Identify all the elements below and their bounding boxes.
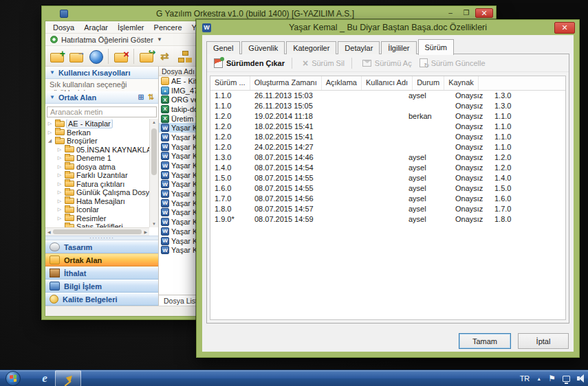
scroll-left-icon[interactable]: ◀ <box>47 229 51 234</box>
table-row[interactable]: 1.2.0 18.02.2015 15:41 Onaysız 1.1.0 <box>210 122 565 132</box>
version-toolbar-button[interactable]: Sürüm Sil <box>300 56 347 70</box>
nav-section[interactable]: Bilgi İşlem <box>45 280 158 293</box>
expand-arrow-icon[interactable]: ▷ <box>56 216 63 221</box>
scrollbar-thumb[interactable] <box>53 229 142 234</box>
tree-item[interactable]: ▷ Resimler <box>45 214 149 223</box>
version-toolbar-button[interactable]: Sürüm Güncelle <box>417 57 488 69</box>
nav-section[interactable]: Tasarım <box>45 240 158 253</box>
action-center-flag-icon[interactable]: ⚑ <box>548 374 556 383</box>
toolbar-icon[interactable] <box>157 47 175 65</box>
dialog-close-button[interactable]: ✕ <box>554 22 575 34</box>
tree-item[interactable]: ▷ İconlar <box>45 205 149 214</box>
tree-vertical-scrollbar[interactable]: ▲ ▼ <box>149 119 158 227</box>
table-row[interactable]: 1.7.0 08.07.2015 14:56 aysel Onaysız 1.6… <box>210 194 565 204</box>
expand-arrow-icon[interactable]: ▷ <box>56 164 63 170</box>
common-area-header[interactable]: ▼ Ortak Alan ⊞ ⇅ <box>45 91 158 104</box>
search-input[interactable] <box>47 106 157 117</box>
splitter-handle[interactable]: ········· <box>45 236 158 240</box>
expand-arrow-icon[interactable]: ▷ <box>56 207 63 212</box>
dialog-tab[interactable]: Güvenlik <box>241 41 285 54</box>
toolbar-icon[interactable] <box>133 49 134 64</box>
ok-button[interactable]: Tamam <box>459 333 511 349</box>
nav-section[interactable]: İthalat <box>45 266 158 280</box>
cancel-button[interactable]: İptal <box>518 333 569 349</box>
toolbar-icon[interactable] <box>176 47 194 65</box>
tree-item[interactable]: ▷ Deneme 1 <box>45 154 149 163</box>
expand-arrow-icon[interactable]: ▷ <box>56 172 63 178</box>
column-header[interactable]: Kaynak <box>444 76 479 90</box>
dialog-tab[interactable]: Detaylar <box>338 41 380 54</box>
expand-arrow-icon[interactable]: ▷ <box>47 130 53 135</box>
toolbar-icon[interactable] <box>67 47 85 65</box>
toolbar-icon[interactable] <box>112 47 130 65</box>
scroll-right-icon[interactable]: ▶ <box>144 229 147 234</box>
column-header[interactable]: Oluşturma Zamanı <box>250 76 322 90</box>
toolbar-icon[interactable] <box>48 47 66 65</box>
tree-item[interactable]: Satış Teklifleri <box>45 223 149 227</box>
expand-arrow-icon[interactable]: ▷ <box>56 155 63 161</box>
close-button[interactable]: ✕ <box>475 8 493 18</box>
orkestra-taskbar-button[interactable] <box>55 370 81 386</box>
expand-arrow-icon[interactable]: ▷ <box>47 121 53 126</box>
tree-item[interactable]: ▷ Farklı Uzantılar <box>45 171 149 180</box>
tree-horizontal-scrollbar[interactable]: ◀ ▶ <box>45 227 149 236</box>
expand-arrow-icon[interactable]: ▷ <box>56 181 63 187</box>
column-header[interactable]: Açıklama <box>322 76 362 90</box>
column-header[interactable]: Durum <box>413 76 444 90</box>
scroll-up-icon[interactable]: ▲ <box>150 120 158 124</box>
tree-item[interactable]: ▷ Hata Mesajları <box>45 197 149 206</box>
table-row[interactable]: 1.2.0 18.02.2015 15:41 Onaysız 1.1.0 <box>210 132 565 142</box>
toolbar-icon[interactable] <box>138 47 155 65</box>
table-row[interactable]: 1.2.0 19.02.2014 11:18 berkan Onaysız 1.… <box>210 111 565 122</box>
dialog-tab[interactable]: Sürüm <box>418 39 454 55</box>
dialog-tab[interactable]: Genel <box>206 41 240 54</box>
nav-section[interactable]: Kalite Belgeleri <box>45 293 158 306</box>
tree-item[interactable]: ▷ AE - Kitaplar <box>45 120 149 128</box>
dialog-tab[interactable]: Kategoriler <box>286 41 336 54</box>
tree-item[interactable]: ▷ dosya atma <box>45 163 149 172</box>
internet-explorer-icon[interactable]: e <box>36 370 54 386</box>
menu-item[interactable]: Dosya <box>48 23 79 32</box>
table-row[interactable]: 1.9.0* 08.07.2015 14:59 aysel Onaysız 1.… <box>210 214 565 225</box>
expand-arrow-icon[interactable]: ▷ <box>56 147 63 152</box>
table-row[interactable]: 1.4.0 08.07.2015 14:54 aysel Onaysız 1.2… <box>210 163 565 173</box>
dialog-titlebar[interactable]: W Yaşar Kemal _ Bu Diyar Baştan Başa.doc… <box>197 20 579 35</box>
table-row[interactable]: 1.6.0 08.07.2015 14:55 aysel Onaysız 1.5… <box>210 183 565 194</box>
scrollbar-thumb[interactable] <box>151 128 157 175</box>
expand-arrow-icon[interactable]: ◢ <box>47 138 53 144</box>
collapse-arrow-icon[interactable]: ▼ <box>50 69 55 76</box>
maximize-button[interactable]: ❐ <box>459 8 473 18</box>
chevron-down-icon[interactable]: ▼ <box>157 36 162 43</box>
sort-icon[interactable]: ⇅ <box>148 93 154 102</box>
expand-arrow-icon[interactable]: ▷ <box>56 198 63 204</box>
toolbar-icon[interactable] <box>87 47 105 65</box>
tree-item[interactable]: ▷ 05.İNSAN KAYNAKLARI SÜRECİ <box>45 146 149 155</box>
main-window-titlebar[interactable]: G Yazılım Orkestra v1.0 (build 1400) [G-… <box>42 6 496 21</box>
nav-section[interactable]: Ortak Alan <box>45 253 158 266</box>
toolbar-icon[interactable] <box>108 49 109 64</box>
table-row[interactable]: 1.2.0 24.02.2015 14:27 Onaysız 1.1.0 <box>210 142 565 152</box>
speaker-icon[interactable] <box>577 374 586 383</box>
version-toolbar-button[interactable] <box>290 58 298 69</box>
menu-item[interactable]: Araçlar <box>79 23 113 32</box>
table-row[interactable]: 1.1.0 26.11.2013 15:03 aysel Onaysız 1.3… <box>210 91 565 101</box>
table-row[interactable]: 1.3.0 08.07.2015 14:46 aysel Onaysız 1.2… <box>210 152 565 163</box>
tree-item[interactable]: ◢ Broşürler <box>45 137 149 146</box>
network-icon[interactable] <box>563 376 570 382</box>
shortcuts-header[interactable]: ▼ Kullanıcı Kısayolları <box>45 67 158 79</box>
menu-item[interactable]: Pencere <box>149 23 187 32</box>
collapse-arrow-icon[interactable]: ▼ <box>50 94 55 100</box>
expand-arrow-icon[interactable]: ▷ <box>56 190 63 195</box>
menu-item[interactable]: İşlemler <box>113 23 149 32</box>
org-tree-icon[interactable]: ⊞ <box>138 93 144 102</box>
minimize-button[interactable]: – <box>444 8 457 18</box>
table-row[interactable]: 1.5.0 08.07.2015 14:55 aysel Onaysız 1.4… <box>210 173 565 183</box>
language-indicator[interactable]: TR <box>520 374 530 383</box>
tree-item[interactable]: ▷ Berkan <box>45 128 149 137</box>
version-toolbar-button[interactable]: Sürümü Aç <box>360 58 415 69</box>
version-toolbar-button[interactable]: Sürümden Çıkar <box>211 57 287 69</box>
tree-item[interactable]: ▷ Fatura çıktıları <box>45 180 149 189</box>
scroll-down-icon[interactable]: ▼ <box>150 222 158 226</box>
column-header[interactable]: Sürüm ... <box>210 76 250 90</box>
column-header[interactable]: Kullanıcı Adı <box>362 76 413 90</box>
